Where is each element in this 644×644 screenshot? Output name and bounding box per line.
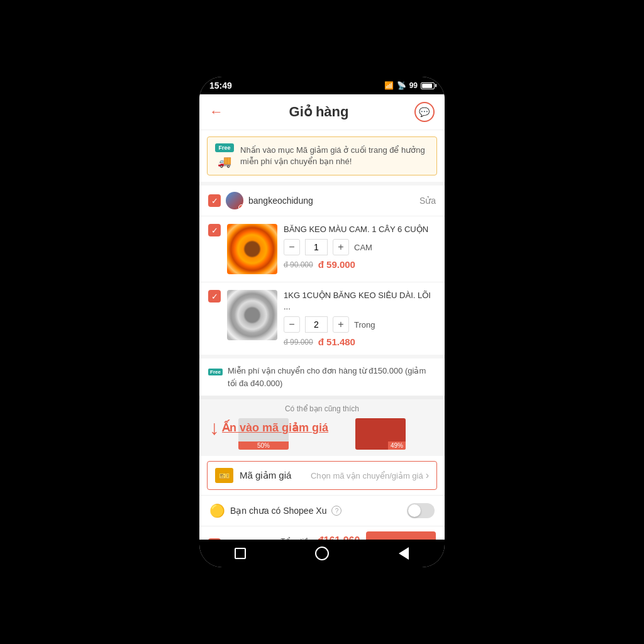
xu-help-icon[interactable]: ?: [331, 506, 341, 516]
shopee-xu-row: 🟡 Bạn chưa có Shopee Xu ?: [199, 495, 445, 526]
product-2-decrease[interactable]: −: [284, 316, 300, 333]
nav-square-button[interactable]: [231, 545, 249, 562]
product-2-variant: Trong: [354, 320, 375, 330]
product-item-1: ✓ BĂNG KEO MÀU CAM. 1 CÂY 6 CUỘN − 1 + C…: [199, 216, 445, 282]
buy-button[interactable]: Mua hàng: [366, 531, 436, 540]
app-content: ← Giỏ hàng 💬 Free 🚚 Nhấn vào mục Mã giảm…: [199, 94, 445, 540]
product-1-info: BĂNG KEO MÀU CAM. 1 CÂY 6 CUỘN − 1 + CAM…: [284, 224, 436, 270]
product-1-checkbox[interactable]: ✓: [208, 224, 221, 236]
xu-left: 🟡 Bạn chưa có Shopee Xu ?: [209, 503, 341, 518]
shop-row: ✓ bangkeochidung Sửa: [199, 182, 445, 216]
nav-square-icon: [235, 548, 246, 559]
total-amount: đ161.960: [318, 535, 360, 540]
product-2-increase[interactable]: +: [333, 316, 349, 333]
nav-triangle-icon: [399, 547, 409, 560]
coupon-section[interactable]: 🎫 Mã giảm giá Chọn mã vận chuyển/giảm gi…: [207, 461, 437, 490]
shop-checkbox[interactable]: ✓: [208, 194, 221, 207]
shop-name: bangkeochidung: [248, 196, 313, 206]
coupon-placeholder: Chọn mã vận chuyển/giảm giá: [311, 471, 423, 480]
nav-home-button[interactable]: [313, 545, 331, 562]
product-1-current-price: đ 59.000: [318, 259, 355, 270]
free-ship-note-text: Miễn phí vận chuyển cho đơn hàng từ đ150…: [228, 365, 436, 389]
time: 15:49: [209, 80, 232, 91]
toggle-dot: [408, 504, 421, 517]
product-2-quantity: 2: [305, 316, 328, 333]
signal-icon: 📶: [384, 81, 394, 90]
bottom-bar: ✓ Chọn Tất cả Tổng tiền: đ161.960 Nhận 0…: [199, 526, 445, 540]
total-label-row: Tổng tiền: đ161.960: [280, 535, 360, 540]
product-2-name: 1KG 1CUỘN BĂNG KEO SIÊU DÀI. LÕI ...: [284, 290, 436, 313]
page-title: Giỏ hàng: [289, 104, 349, 120]
product-2-variant-row: − 2 + Trong: [284, 316, 436, 333]
product-1-variant: CAM: [354, 243, 372, 252]
promo-section: Có thể bạn cũng thích 50% 49% ↓ Ấn vào m…: [199, 396, 445, 456]
free-ship-icon-wrapper: Free 🚚: [215, 143, 234, 169]
product-1-original-price: đ 90.000: [284, 260, 313, 269]
product-1-quantity: 1: [305, 239, 328, 255]
shop-badge: [238, 204, 243, 209]
chat-button[interactable]: 💬: [414, 102, 435, 122]
product-item-2: ✓ 1KG 1CUỘN BĂNG KEO SIÊU DÀI. LÕI ... −…: [199, 282, 445, 355]
coupon-label: Mã giảm giá: [240, 470, 311, 481]
product-1-name: BĂNG KEO MÀU CAM. 1 CÂY 6 CUỘN: [284, 224, 436, 235]
xu-toggle[interactable]: [407, 503, 435, 518]
status-bar: 15:49 📶 📡 99: [199, 77, 445, 94]
truck-icon: 🚚: [218, 155, 231, 169]
promo-item-1: 50%: [238, 418, 289, 450]
total-section: Tổng tiền: đ161.960 Nhận 0 Xu: [280, 535, 360, 540]
product-1-decrease[interactable]: −: [284, 239, 300, 255]
shop-avatar: [226, 192, 243, 209]
product-2-original-price: đ 99.000: [284, 338, 313, 347]
edit-button[interactable]: Sửa: [419, 196, 436, 206]
free-ship-note-row: Free Miễn phí vận chuyển cho đơn hàng từ…: [199, 355, 445, 396]
coupon-icon: 🎫: [215, 468, 233, 483]
wifi-icon: 📡: [397, 81, 406, 90]
header: ← Giỏ hàng 💬: [199, 94, 445, 130]
truck-small-icon: Free: [208, 365, 223, 376]
product-2-info: 1KG 1CUỘN BĂNG KEO SIÊU DÀI. LÕI ... − 2…: [284, 290, 436, 347]
product-2-current-price: đ 51.480: [318, 336, 355, 347]
status-icons: 📶 📡 99: [384, 81, 435, 90]
free-shipping-banner: Free 🚚 Nhấn vào mục Mã giảm giá ở cuối t…: [207, 136, 437, 175]
product-1-variant-row: − 1 + CAM: [284, 239, 436, 255]
nav-circle-icon: [315, 547, 329, 560]
xu-icon: 🟡: [209, 503, 225, 518]
product-2-checkbox[interactable]: ✓: [208, 290, 221, 303]
promo-badge-1: 50%: [238, 441, 289, 450]
nav-back-button[interactable]: [395, 545, 413, 562]
product-2-price-row: đ 99.000 đ 51.480: [284, 336, 436, 347]
chat-icon: 💬: [419, 107, 430, 117]
product-1-price-row: đ 90.000 đ 59.000: [284, 259, 436, 270]
promo-items: 50% 49%: [199, 416, 445, 456]
coupon-arrow-icon: ›: [426, 470, 429, 481]
promo-badge-2: 49%: [388, 441, 406, 450]
promo-item-2: 49%: [355, 418, 406, 450]
battery-icon: [421, 82, 435, 89]
product-1-image: [227, 224, 277, 274]
back-button[interactable]: ←: [209, 104, 223, 120]
shop-left: ✓ bangkeochidung: [208, 192, 313, 209]
free-shipping-text: Nhấn vào mục Mã giảm giá ở cuối trang để…: [240, 145, 429, 167]
may-like-label: Có thể bạn cũng thích: [199, 399, 445, 416]
product-1-increase[interactable]: +: [333, 239, 349, 255]
xu-text: Bạn chưa có Shopee Xu: [230, 506, 326, 516]
free-badge: Free: [215, 143, 234, 152]
product-2-image: [227, 290, 277, 340]
nav-bar: [199, 540, 445, 567]
battery-label: 99: [409, 81, 418, 90]
